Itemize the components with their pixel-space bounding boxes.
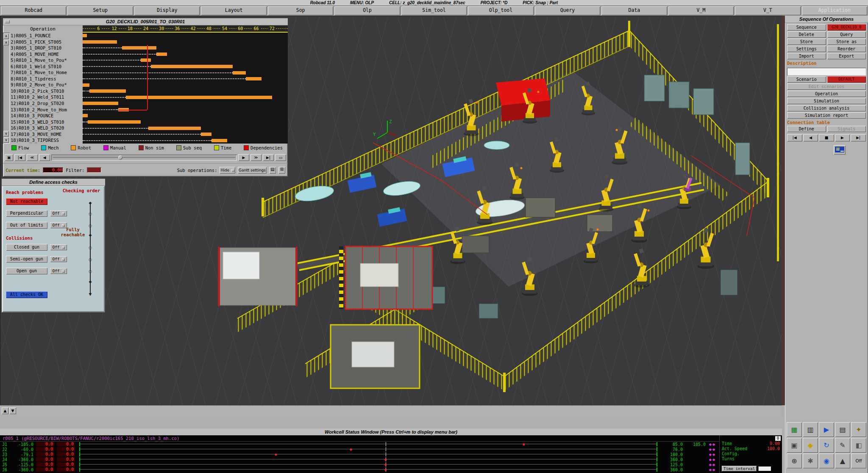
operation-row-label[interactable]: 8)R010_1_Tipdress <box>10 76 83 82</box>
perpendicular-button[interactable]: Perpendicular <box>6 210 47 217</box>
add-icon[interactable]: ⊕ <box>787 454 802 468</box>
semi-open-gun-button[interactable]: Semi-open gun <box>6 256 47 263</box>
operation-row-label[interactable]: 10)R010_2_Pick_ST010 <box>10 88 83 94</box>
scenario-value-button[interactable]: DEFAULT <box>827 76 866 83</box>
window-icon[interactable]: ▣ <box>787 438 802 453</box>
gantt-corner-icon[interactable]: ▣ <box>5 154 13 161</box>
gantt-bar[interactable] <box>122 46 156 50</box>
menu-layout[interactable]: Layout <box>201 6 266 15</box>
simulation-button[interactable]: Simulation <box>787 98 866 104</box>
gantt-bar[interactable] <box>83 102 118 105</box>
joint-slider[interactable] <box>79 452 657 456</box>
gantt-bar[interactable] <box>83 34 87 37</box>
gantt-bar[interactable] <box>83 83 89 87</box>
menu-robcad[interactable]: Robcad <box>1 6 66 15</box>
menu-setup[interactable]: Setup <box>67 6 133 15</box>
description-input[interactable] <box>787 68 866 75</box>
operation-row-label[interactable]: 17)R010_3_MOVE_HOME <box>10 131 83 138</box>
operation-row-label[interactable]: 18)R010_3_TIPDRESS <box>10 137 83 144</box>
export-button[interactable]: Export <box>827 53 866 59</box>
gantt-settings-button[interactable]: Gantt settings <box>238 167 267 174</box>
go-first-button[interactable]: |◀ <box>14 154 25 161</box>
grid-icon[interactable]: ▦ <box>787 422 802 437</box>
gantt-plot[interactable] <box>83 33 288 144</box>
store-button[interactable]: Store <box>787 39 826 45</box>
define-button[interactable]: Define <box>787 126 826 132</box>
scroll-down-icon[interactable]: ∨ <box>3 131 9 136</box>
reorder-button[interactable]: Reorder <box>827 46 866 52</box>
joint-slider[interactable] <box>79 467 657 472</box>
window-menu-icon[interactable] <box>5 20 10 23</box>
operation-row-label[interactable]: 13)R010_2_Move_to_Hom <box>10 107 83 113</box>
scroll-up-button[interactable]: ▲ <box>2 407 8 414</box>
gantt-bar[interactable] <box>89 89 126 93</box>
go-last-button[interactable]: ▶| <box>263 154 274 161</box>
operation-row-label[interactable]: 9)R010_2_Move_to_Pou* <box>10 82 83 88</box>
operation-row-label[interactable]: 14)R010_3_POUNCE <box>10 113 83 119</box>
signals-button[interactable]: Signals <box>827 126 866 132</box>
out-of-limits-button[interactable]: Out of limits <box>6 222 47 229</box>
edit-scenarios-button[interactable]: Edit scenarios <box>787 83 866 90</box>
scale-marker-circle[interactable]: ○ <box>87 224 94 228</box>
menu-query[interactable]: Query <box>535 6 600 15</box>
fast-forward-button[interactable]: ≫ <box>250 154 262 161</box>
sub-operations-toggle[interactable]: Hide <box>220 167 235 174</box>
time-interval-input[interactable] <box>758 466 771 471</box>
step-back-button[interactable]: ◀ <box>39 154 50 161</box>
operation-row-label[interactable]: 7)R010_1_Move_to_Home <box>10 69 83 76</box>
gantt-settings-icon-2[interactable]: ⊞ <box>278 167 285 174</box>
gantt-bar[interactable] <box>211 139 227 142</box>
fast-back-button[interactable]: ≪ <box>27 154 38 161</box>
settings-icon[interactable]: ✱ <box>803 454 818 468</box>
pointer-icon[interactable]: ▲ <box>835 454 850 468</box>
gantt-bar[interactable] <box>246 77 262 80</box>
sequence-value-button[interactable]: G20_DECKLID_0 <box>827 24 866 30</box>
collision-analysis-button[interactable]: Collision analysis <box>787 105 866 111</box>
scroll-bottom-icon[interactable]: ∨ <box>3 137 9 143</box>
scale-marker-circle[interactable]: ○ <box>87 257 94 262</box>
closed-gun-button[interactable]: Closed gun <box>6 244 47 251</box>
pencil-icon[interactable]: ✎ <box>835 438 850 453</box>
step-forward-button[interactable]: ▶ <box>238 154 249 161</box>
gantt-bar[interactable] <box>83 40 117 44</box>
playback-stop-button[interactable]: ■ <box>819 134 834 141</box>
menu-application[interactable]: Application <box>802 6 867 15</box>
all-checks-ok-button[interactable]: All checks OK <box>6 291 47 298</box>
table-edit-icon[interactable]: ▥ <box>803 422 818 437</box>
semi-open-gun-off-toggle[interactable]: Off <box>50 256 67 262</box>
chart-icon[interactable]: ◧ <box>851 438 866 453</box>
operation-row-label[interactable]: 2)R005_1_PICK_ST005 <box>10 39 83 45</box>
menu-olp_tool[interactable]: Olp_tool <box>468 6 533 15</box>
scale-marker-circle[interactable]: ○ <box>87 269 94 274</box>
gantt-bar[interactable] <box>126 96 272 99</box>
gantt-settings-icon-1[interactable]: ▤ <box>269 167 276 174</box>
menu-data[interactable]: Data <box>601 6 667 15</box>
gantt-end-icon[interactable]: ▭ <box>275 154 286 161</box>
operation-row-label[interactable]: 12)R010_2_Drop_ST020 <box>10 100 83 107</box>
perpendicular-off-toggle[interactable]: Off <box>50 210 67 216</box>
gantt-bar[interactable] <box>201 133 211 136</box>
operation-row-label[interactable]: 11)R010_2_Weld_ST011 <box>10 94 83 100</box>
operation-row-label[interactable]: 1)R005_1_POUNCE <box>10 33 83 39</box>
gantt-bar[interactable] <box>156 53 167 56</box>
menu-v_m[interactable]: V_M <box>668 6 734 15</box>
operation-button[interactable]: Operation <box>787 91 866 97</box>
settings-button[interactable]: Settings <box>787 46 826 52</box>
menu-olp[interactable]: Olp <box>334 6 400 15</box>
scroll-top-icon[interactable]: ∧ <box>3 33 9 39</box>
playback-play-button[interactable]: ▶ <box>835 134 850 141</box>
gantt-bar[interactable] <box>141 58 151 62</box>
robot-icon[interactable]: ◆ <box>803 438 818 453</box>
delete-button[interactable]: Delete <box>787 31 826 38</box>
operation-row-label[interactable]: 16)R010_3_WELD_ST020 <box>10 125 83 131</box>
playback-last-button[interactable]: ▶| <box>851 134 866 141</box>
not-reachable-button[interactable]: Not reachable <box>6 198 47 205</box>
filter-box[interactable] <box>87 167 101 173</box>
menu-sim_tool[interactable]: Sim_tool <box>401 6 467 15</box>
off-toggle[interactable]: Off <box>851 454 866 468</box>
gantt-bar[interactable] <box>151 65 232 68</box>
sequence-button[interactable]: Sequence <box>787 24 826 30</box>
operation-row-label[interactable]: 6)R010_1_Weld_ST010 <box>10 64 83 70</box>
list-icon[interactable]: ▤ <box>835 422 850 437</box>
open-gun-off-toggle[interactable]: Off <box>50 268 67 274</box>
